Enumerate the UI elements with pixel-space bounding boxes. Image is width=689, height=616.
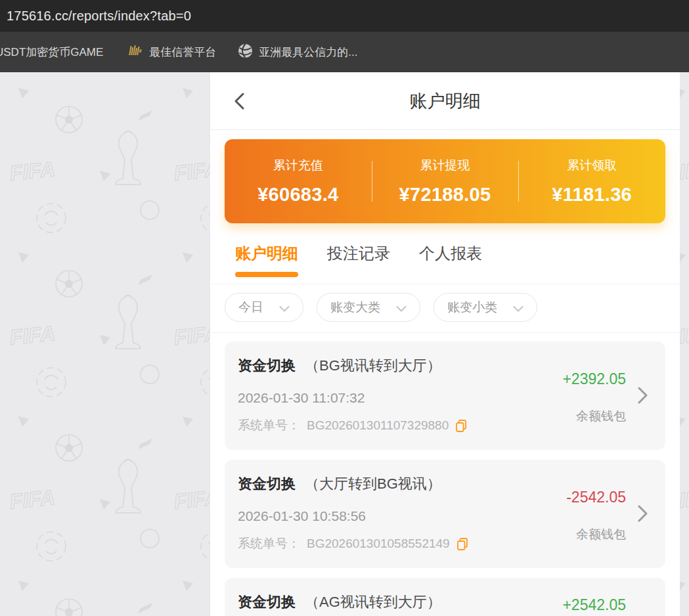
wallet-type: 余额钱包 xyxy=(523,408,648,425)
total-deposit-label: 累计充值 xyxy=(225,157,372,174)
copy-icon[interactable] xyxy=(456,537,469,551)
transaction-type: 资金切换 xyxy=(238,474,296,494)
transaction-subtitle: （BG视讯转到大厅） xyxy=(305,356,441,376)
total-withdrawal-value: ¥72188.05 xyxy=(372,184,519,206)
url-text[interactable]: 175616.cc/reports/index?tab=0 xyxy=(7,9,191,24)
transaction-row[interactable]: 资金切换 （BG视讯转到大厅） 2026-01-30 11:07:32 系统单号… xyxy=(225,341,665,450)
filter-major-category-label: 账变大类 xyxy=(330,299,380,316)
transaction-amount: -2542.05 xyxy=(523,489,648,506)
report-tabs: 账户明细 投注记录 个人报表 xyxy=(210,223,680,284)
chevron-down-icon xyxy=(396,301,407,315)
transaction-subtitle: （AG视讯转到大厅） xyxy=(305,592,441,612)
total-deposit-value: ¥60683.4 xyxy=(225,184,372,206)
order-number: BG202601301107329880 xyxy=(307,418,449,433)
order-number: BG202601301058552149 xyxy=(307,537,450,551)
account-detail-panel: 账户明细 累计充值 ¥60683.4 累计提现 ¥72188.05 累计领取 ¥… xyxy=(210,72,680,616)
bookmark-usdt-game[interactable]: USDT加密货币GAME xyxy=(0,45,103,60)
bookmark-best-reputation[interactable]: 最佳信誉平台 xyxy=(127,45,216,60)
page-title: 账户明细 xyxy=(410,89,481,113)
gold-logo-icon xyxy=(127,45,143,60)
totals-summary-card: 累计充值 ¥60683.4 累计提现 ¥72188.05 累计领取 ¥1181.… xyxy=(225,139,665,223)
browser-url-bar[interactable]: 175616.cc/reports/index?tab=0 xyxy=(0,0,689,32)
total-withdrawal: 累计提现 ¥72188.05 xyxy=(372,157,519,206)
transaction-amount: +2392.05 xyxy=(523,370,648,388)
bookmark-label: USDT加密货币GAME xyxy=(0,45,103,60)
total-withdrawal-label: 累计提现 xyxy=(372,157,519,174)
back-button[interactable] xyxy=(234,91,248,111)
copy-icon[interactable] xyxy=(455,419,468,433)
transaction-row[interactable]: 资金切换 （AG视讯转到大厅） +2542.05 xyxy=(225,578,665,616)
total-claimed: 累计领取 ¥1181.36 xyxy=(518,157,665,206)
bookmark-label: 亚洲最具公信力的... xyxy=(259,45,357,60)
filter-date-label: 今日 xyxy=(238,299,263,316)
tab-account-detail[interactable]: 账户明细 xyxy=(235,243,298,284)
chevron-right-icon[interactable] xyxy=(638,386,648,407)
wallet-type: 余额钱包 xyxy=(523,526,648,543)
order-number-label: 系统单号： xyxy=(238,535,300,552)
tab-bet-records[interactable]: 投注记录 xyxy=(327,243,390,284)
total-claimed-value: ¥1181.36 xyxy=(518,184,665,206)
chevron-down-icon xyxy=(513,301,523,315)
filter-major-category-select[interactable]: 账变大类 xyxy=(317,293,420,322)
transaction-type: 资金切换 xyxy=(238,356,296,376)
transaction-subtitle: （大厅转到BG视讯） xyxy=(305,474,441,494)
order-number-label: 系统单号： xyxy=(238,417,300,434)
bookmark-asia-credibility[interactable]: 亚洲最具公信力的... xyxy=(238,43,357,62)
transaction-list: 资金切换 （BG视讯转到大厅） 2026-01-30 11:07:32 系统单号… xyxy=(210,333,680,616)
page-header: 账户明细 xyxy=(210,72,680,130)
transaction-row[interactable]: 资金切换 （大厅转到BG视讯） 2026-01-30 10:58:56 系统单号… xyxy=(225,460,665,568)
total-claimed-label: 累计领取 xyxy=(518,157,665,174)
filter-minor-category-select[interactable]: 账变小类 xyxy=(433,293,537,322)
total-deposit: 累计充值 ¥60683.4 xyxy=(225,157,372,206)
filter-row: 今日 账变大类 账变小类 xyxy=(210,284,680,333)
transaction-amount: +2542.05 xyxy=(523,596,648,614)
globe-icon xyxy=(238,43,253,62)
bookmarks-bar: USDT加密货币GAME 最佳信誉平台 亚洲最具公信力的.. xyxy=(0,32,689,72)
filter-minor-category-label: 账变小类 xyxy=(447,299,497,316)
transaction-type: 资金切换 xyxy=(238,592,296,612)
chevron-down-icon xyxy=(279,301,290,315)
chevron-right-icon[interactable] xyxy=(638,504,648,525)
tab-personal-report[interactable]: 个人报表 xyxy=(419,243,482,284)
bookmark-label: 最佳信誉平台 xyxy=(149,45,216,60)
filter-date-select[interactable]: 今日 xyxy=(225,293,303,322)
